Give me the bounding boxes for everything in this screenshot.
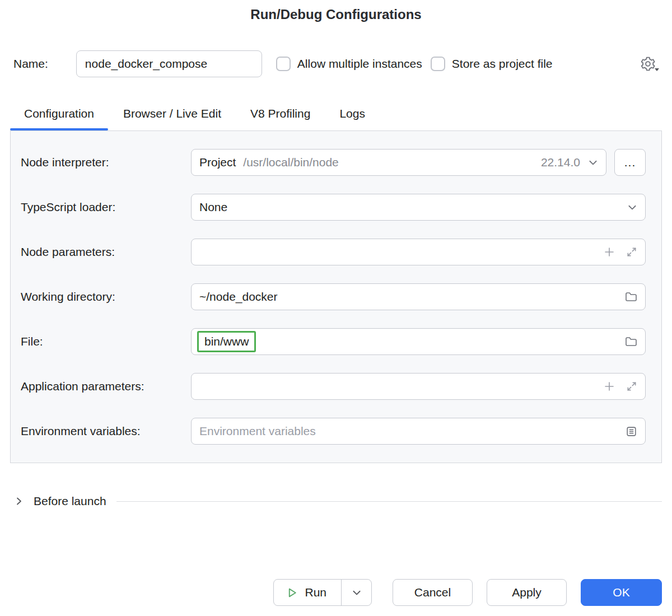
environment-variables-input[interactable] xyxy=(199,424,626,438)
file-value-highlight: bin/www xyxy=(197,331,256,352)
before-launch-label: Before launch xyxy=(34,494,106,508)
allow-multiple-instances-checkbox[interactable]: Allow multiple instances xyxy=(276,57,422,71)
store-as-project-file-checkbox[interactable]: Store as project file xyxy=(431,57,553,71)
play-icon xyxy=(286,587,298,599)
node-parameters-row: Node parameters: xyxy=(21,239,646,265)
typescript-loader-select[interactable]: None xyxy=(191,194,646,221)
environment-variables-field xyxy=(191,418,646,445)
chevron-right-icon xyxy=(15,497,24,506)
edit-variables-button[interactable] xyxy=(626,426,637,437)
tab-label: Browser / Live Edit xyxy=(123,107,221,120)
file-row: File: bin/www xyxy=(21,328,646,355)
node-interpreter-name: Project xyxy=(199,156,236,169)
application-parameters-input[interactable] xyxy=(199,380,604,393)
node-interpreter-version: 22.14.0 xyxy=(541,156,580,169)
tab-v8-profiling[interactable]: V8 Profiling xyxy=(250,107,310,130)
tab-bar: Configuration Browser / Live Edit V8 Pro… xyxy=(24,107,672,130)
dialog-actions: Run Cancel Apply OK xyxy=(273,579,662,606)
file-value: bin/www xyxy=(204,335,249,348)
dialog-title: Run/Debug Configurations xyxy=(0,0,672,22)
folder-browse-button[interactable] xyxy=(625,336,637,347)
file-label: File: xyxy=(21,335,191,348)
application-parameters-label: Application parameters: xyxy=(21,380,191,393)
application-parameters-row: Application parameters: xyxy=(21,373,646,400)
tab-browser-live-edit[interactable]: Browser / Live Edit xyxy=(123,107,221,130)
expand-field-button[interactable] xyxy=(626,246,637,258)
chevron-down-icon xyxy=(627,202,637,212)
apply-button[interactable]: Apply xyxy=(487,579,567,606)
typescript-loader-row: TypeScript loader: None xyxy=(21,194,646,221)
settings-gear-button[interactable] xyxy=(640,55,661,72)
environment-variables-label: Environment variables: xyxy=(21,424,191,438)
node-parameters-label: Node parameters: xyxy=(21,245,191,259)
name-input[interactable] xyxy=(76,50,262,77)
store-as-project-file-label: Store as project file xyxy=(452,57,553,71)
configuration-panel: Node interpreter: Project /usr/local/bin… xyxy=(10,130,662,463)
typescript-loader-value: None xyxy=(199,200,227,214)
checkbox-icon xyxy=(431,57,445,71)
node-interpreter-browse-button[interactable]: ... xyxy=(614,149,646,176)
working-directory-field xyxy=(191,283,646,310)
add-macro-button[interactable] xyxy=(604,381,615,392)
chevron-down-icon xyxy=(588,157,598,167)
expand-field-button[interactable] xyxy=(626,381,637,392)
run-options-chevron-button[interactable] xyxy=(341,580,371,605)
add-macro-button[interactable] xyxy=(604,246,615,258)
tab-configuration[interactable]: Configuration xyxy=(24,107,94,130)
folder-browse-button[interactable] xyxy=(625,291,637,302)
allow-multiple-instances-label: Allow multiple instances xyxy=(297,57,422,71)
run-split-button: Run xyxy=(273,579,372,606)
gear-dropdown-arrow-icon xyxy=(654,67,660,72)
before-launch-section[interactable]: Before launch xyxy=(15,494,662,508)
working-directory-row: Working directory: xyxy=(21,283,646,310)
tab-label: V8 Profiling xyxy=(250,107,310,120)
node-parameters-field xyxy=(191,239,646,265)
tab-logs[interactable]: Logs xyxy=(339,107,365,130)
node-interpreter-path: /usr/local/bin/node xyxy=(243,156,338,169)
node-parameters-input[interactable] xyxy=(199,245,604,259)
node-interpreter-row: Node interpreter: Project /usr/local/bin… xyxy=(21,149,646,176)
node-interpreter-select[interactable]: Project /usr/local/bin/node 22.14.0 xyxy=(191,149,606,176)
checkbox-icon xyxy=(276,57,291,71)
name-row: Name: Allow multiple instances Store as … xyxy=(13,50,661,77)
tab-label: Configuration xyxy=(24,107,94,120)
section-divider xyxy=(116,501,662,502)
node-interpreter-label: Node interpreter: xyxy=(21,156,191,169)
run-button[interactable]: Run xyxy=(274,580,341,605)
cancel-button[interactable]: Cancel xyxy=(393,579,473,606)
run-debug-configurations-dialog: { "title": "Run/Debug Configurations", "… xyxy=(0,0,672,616)
environment-variables-row: Environment variables: xyxy=(21,418,646,445)
file-field[interactable]: bin/www xyxy=(191,328,646,355)
name-label: Name: xyxy=(13,57,48,71)
working-directory-label: Working directory: xyxy=(21,290,191,304)
run-button-label: Run xyxy=(305,586,326,599)
working-directory-input[interactable] xyxy=(199,290,625,304)
tab-label: Logs xyxy=(339,107,365,120)
application-parameters-field xyxy=(191,373,646,400)
ok-button[interactable]: OK xyxy=(581,579,662,606)
typescript-loader-label: TypeScript loader: xyxy=(21,200,191,214)
